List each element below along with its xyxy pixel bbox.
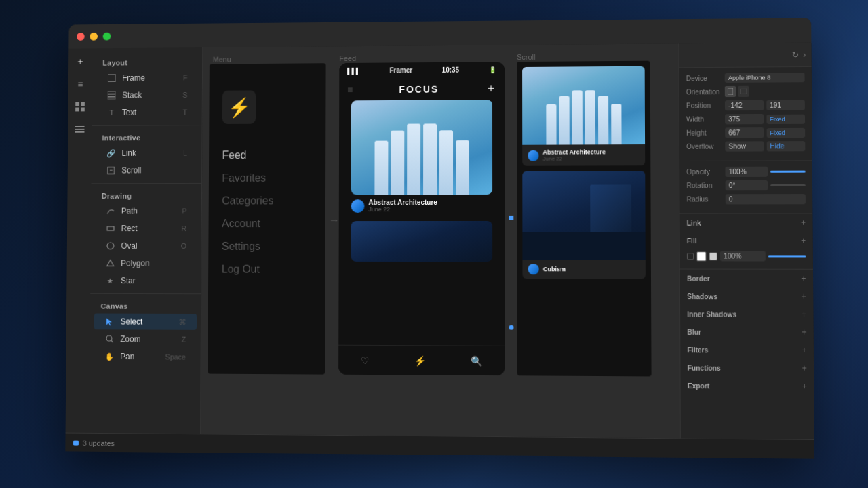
functions-add-icon[interactable]: + <box>802 363 806 373</box>
scroll-card-2[interactable]: Cubism <box>522 171 646 279</box>
sidebar-item-oval[interactable]: Oval O <box>95 238 197 254</box>
inner-shadows-section[interactable]: Inner Shadows + <box>680 305 814 323</box>
fill-checkbox[interactable] <box>687 253 694 260</box>
sidebar-item-text[interactable]: T Text T <box>96 104 198 121</box>
border-add-icon[interactable]: + <box>801 274 806 283</box>
sidebar-item-frame[interactable]: Frame F <box>96 69 198 86</box>
hamburger-nav-icon: ≡ <box>347 84 353 95</box>
canvas-area[interactable]: Menu Feed Scroll ⚡ Feed Favorites Catego… <box>201 43 680 438</box>
forward-icon[interactable]: › <box>803 49 806 59</box>
grid-icon[interactable] <box>72 99 87 115</box>
phone-add-icon[interactable]: ＋ <box>486 81 496 96</box>
sidebar-item-path[interactable]: Path P <box>95 203 197 220</box>
layers-icon[interactable] <box>72 121 87 138</box>
svg-rect-10 <box>108 97 116 100</box>
scroll-card-1[interactable]: Abstract Architecture June 22 <box>522 66 645 166</box>
bolt-icon: ⚡ <box>227 96 250 119</box>
fill-color-white[interactable] <box>696 251 706 261</box>
height-unit[interactable]: Fixed <box>766 127 805 137</box>
zoom-icon <box>104 333 115 344</box>
menu-item-categories[interactable]: Categories <box>222 189 312 212</box>
scroll-frame[interactable]: Abstract Architecture June 22 <box>517 61 652 377</box>
orientation-buttons[interactable] <box>725 86 749 97</box>
opacity-slider[interactable] <box>770 171 806 173</box>
fill-opacity[interactable]: 100% <box>720 251 765 261</box>
inner-shadows-add-icon[interactable]: + <box>802 310 806 319</box>
menu-frame[interactable]: ⚡ Feed Favorites Categories Account Sett… <box>208 63 326 374</box>
shadows-section[interactable]: Shadows + <box>680 287 813 306</box>
menu-item-favorites[interactable]: Favorites <box>222 167 312 190</box>
feed-posts: Abstract Architecture June 22 <box>339 100 505 267</box>
frame-icon <box>106 73 117 83</box>
feed-post-2-image <box>351 221 492 262</box>
export-add-icon[interactable]: + <box>802 382 807 391</box>
scroll-card-1-image <box>522 66 645 145</box>
star-icon: ★ <box>105 275 116 286</box>
phone-status-bar: ▌▌▌ Framer 10:35 🔋 <box>339 62 505 79</box>
width-unit[interactable]: Fixed <box>766 114 805 123</box>
sidebar-item-rect[interactable]: Rect R <box>95 220 197 237</box>
opacity-value[interactable]: 100% <box>725 167 767 177</box>
scroll-post-1-title: Abstract Architecture <box>542 148 606 155</box>
menu-item-account[interactable]: Account <box>222 212 312 235</box>
fill-section[interactable]: Fill + <box>680 232 813 249</box>
fill-color-swatch2[interactable] <box>709 252 717 260</box>
position-x[interactable]: -142 <box>725 100 764 110</box>
radius-value[interactable]: 0 <box>726 194 806 204</box>
link-add-icon[interactable]: + <box>801 218 806 228</box>
overflow-label: Overflow <box>686 143 722 150</box>
sidebar-item-polygon[interactable]: Polygon <box>94 256 197 272</box>
blur-section[interactable]: Blur + <box>680 323 814 342</box>
refresh-icon[interactable]: ↻ <box>792 49 799 59</box>
device-value[interactable]: Apple iPhone 8 <box>725 73 805 83</box>
position-y[interactable]: 191 <box>766 100 805 110</box>
minimize-button[interactable] <box>90 33 98 41</box>
sidebar-item-select[interactable]: Select ⌘ <box>94 314 197 330</box>
sidebar-item-zoom[interactable]: Zoom Z <box>94 331 197 347</box>
overflow-hide[interactable]: Hide <box>766 141 805 151</box>
svg-rect-0 <box>75 102 79 106</box>
fill-color-row[interactable]: 100% <box>687 251 806 261</box>
width-row: Width 375 Fixed <box>686 114 805 125</box>
heart-nav-icon[interactable]: ♡ <box>361 354 370 365</box>
functions-section[interactable]: Functions + <box>680 359 814 378</box>
maximize-button[interactable] <box>103 33 111 41</box>
update-count[interactable]: 3 updates <box>83 439 115 447</box>
svg-rect-3 <box>81 107 85 111</box>
search-nav-icon[interactable]: 🔍 <box>471 355 482 366</box>
filters-section[interactable]: Filters + <box>680 341 814 359</box>
menu-item-logout[interactable]: Log Out <box>222 258 312 281</box>
add-icon[interactable]: ＋ <box>73 54 88 70</box>
menu-item-settings[interactable]: Settings <box>222 235 312 258</box>
filters-add-icon[interactable]: + <box>802 346 806 355</box>
sidebar-item-scroll[interactable]: Scroll <box>95 162 197 178</box>
fill-add-icon[interactable]: + <box>801 236 806 245</box>
dot-indicator-1 <box>509 216 513 220</box>
menu-icon[interactable]: ≡ <box>73 76 88 92</box>
border-section[interactable]: Border + <box>680 270 813 288</box>
width-value[interactable]: 375 <box>725 114 764 124</box>
sidebar-item-link[interactable]: 🔗 Link L <box>96 145 198 161</box>
device-label: Device <box>686 74 722 81</box>
link-section[interactable]: Link + <box>679 214 812 231</box>
feed-frame[interactable]: ▌▌▌ Framer 10:35 🔋 ≡ FOCUS ＋ <box>338 62 505 375</box>
battery-icon: 🔋 <box>489 66 496 73</box>
close-button[interactable] <box>77 33 85 41</box>
rotation-slider[interactable] <box>770 184 806 186</box>
sidebar-item-star[interactable]: ★ Star <box>94 272 197 289</box>
sidebar-item-stack[interactable]: Stack S <box>96 87 198 103</box>
menu-item-feed[interactable]: Feed <box>222 144 313 167</box>
canvas-section-header: Canvas <box>90 298 201 313</box>
feed-post-1[interactable]: Abstract Architecture June 22 <box>351 100 493 216</box>
export-section[interactable]: Export + <box>681 377 814 396</box>
sidebar-item-pan[interactable]: ✋ Pan Space <box>94 348 197 365</box>
right-panel-toolbar: ↻ › <box>679 43 811 68</box>
rotation-value[interactable]: 0° <box>726 180 768 190</box>
shadows-add-icon[interactable]: + <box>802 291 806 301</box>
bolt-nav-icon[interactable]: ⚡ <box>414 355 426 366</box>
fill-slider[interactable] <box>768 255 806 257</box>
height-value[interactable]: 667 <box>725 127 764 138</box>
blur-add-icon[interactable]: + <box>802 327 806 337</box>
overflow-show[interactable]: Show <box>725 141 764 151</box>
feed-post-2[interactable] <box>351 221 492 262</box>
